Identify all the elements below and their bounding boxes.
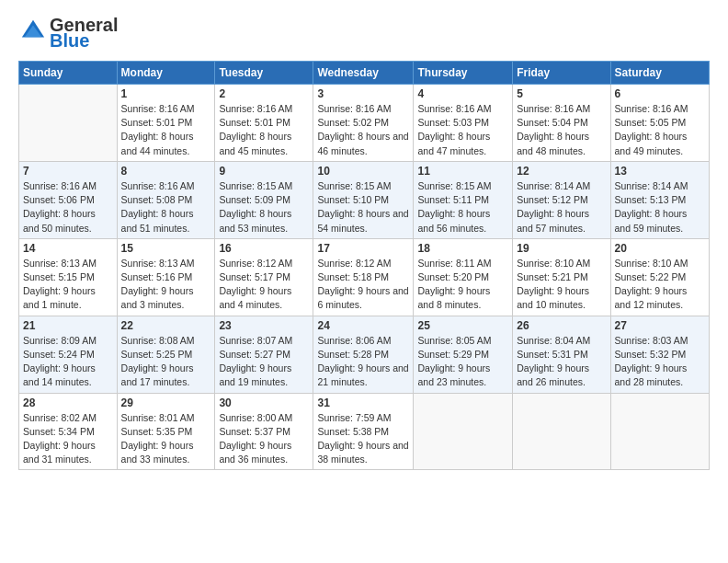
day-number: 4: [417, 87, 508, 100]
day-info: Sunrise: 8:02 AMSunset: 5:34 PMDaylight:…: [23, 411, 113, 467]
calendar-cell: 12Sunrise: 8:14 AMSunset: 5:12 PMDayligh…: [513, 161, 610, 238]
day-number: 28: [23, 396, 113, 409]
day-info: Sunrise: 8:16 AMSunset: 5:05 PMDaylight:…: [615, 102, 705, 158]
day-info: Sunrise: 8:05 AMSunset: 5:29 PMDaylight:…: [417, 334, 508, 390]
day-number: 25: [417, 319, 508, 332]
day-number: 1: [121, 87, 211, 100]
calendar-week-row: 7Sunrise: 8:16 AMSunset: 5:06 PMDaylight…: [19, 161, 710, 238]
day-info: Sunrise: 8:08 AMSunset: 5:25 PMDaylight:…: [121, 334, 211, 390]
day-info: Sunrise: 8:00 AMSunset: 5:37 PMDaylight:…: [219, 411, 309, 467]
day-info: Sunrise: 8:15 AMSunset: 5:11 PMDaylight:…: [417, 179, 508, 236]
weekday-header: Friday: [513, 62, 610, 85]
calendar-week-row: 21Sunrise: 8:09 AMSunset: 5:24 PMDayligh…: [19, 316, 710, 393]
logo-icon: [20, 18, 46, 44]
calendar-cell: 31Sunrise: 7:59 AMSunset: 5:38 PMDayligh…: [313, 393, 414, 470]
calendar-cell: 5Sunrise: 8:16 AMSunset: 5:04 PMDaylight…: [513, 85, 610, 162]
calendar-cell: 24Sunrise: 8:06 AMSunset: 5:28 PMDayligh…: [313, 316, 414, 393]
calendar-cell: 3Sunrise: 8:16 AMSunset: 5:02 PMDaylight…: [313, 85, 414, 162]
day-number: 30: [219, 396, 309, 409]
calendar-cell: 22Sunrise: 8:08 AMSunset: 5:25 PMDayligh…: [117, 316, 215, 393]
day-number: 7: [23, 165, 113, 178]
day-info: Sunrise: 8:14 AMSunset: 5:12 PMDaylight:…: [517, 179, 606, 236]
calendar-cell: 28Sunrise: 8:02 AMSunset: 5:34 PMDayligh…: [19, 393, 118, 470]
calendar-week-row: 28Sunrise: 8:02 AMSunset: 5:34 PMDayligh…: [19, 393, 710, 470]
day-info: Sunrise: 8:06 AMSunset: 5:28 PMDaylight:…: [317, 334, 409, 390]
day-info: Sunrise: 8:13 AMSunset: 5:15 PMDaylight:…: [23, 257, 113, 313]
calendar-cell: 4Sunrise: 8:16 AMSunset: 5:03 PMDaylight…: [414, 85, 513, 162]
calendar-cell: [414, 393, 513, 470]
calendar-cell: 6Sunrise: 8:16 AMSunset: 5:05 PMDaylight…: [610, 85, 709, 162]
day-info: Sunrise: 8:16 AMSunset: 5:01 PMDaylight:…: [219, 102, 309, 158]
calendar-cell: 11Sunrise: 8:15 AMSunset: 5:11 PMDayligh…: [414, 161, 513, 238]
day-info: Sunrise: 8:10 AMSunset: 5:22 PMDaylight:…: [615, 257, 705, 313]
calendar-cell: [610, 393, 709, 470]
day-info: Sunrise: 8:11 AMSunset: 5:20 PMDaylight:…: [417, 257, 508, 313]
weekday-header: Wednesday: [313, 62, 414, 85]
day-info: Sunrise: 8:16 AMSunset: 5:06 PMDaylight:…: [23, 179, 113, 236]
day-info: Sunrise: 8:15 AMSunset: 5:09 PMDaylight:…: [219, 179, 309, 236]
calendar-cell: 29Sunrise: 8:01 AMSunset: 5:35 PMDayligh…: [117, 393, 215, 470]
day-number: 14: [23, 242, 113, 255]
day-number: 20: [615, 242, 705, 255]
day-number: 24: [317, 319, 409, 332]
calendar-cell: 18Sunrise: 8:11 AMSunset: 5:20 PMDayligh…: [414, 238, 513, 316]
day-info: Sunrise: 8:16 AMSunset: 5:08 PMDaylight:…: [121, 179, 211, 236]
day-info: Sunrise: 8:01 AMSunset: 5:35 PMDaylight:…: [121, 411, 211, 467]
day-number: 3: [317, 87, 409, 100]
calendar-cell: 30Sunrise: 8:00 AMSunset: 5:37 PMDayligh…: [215, 393, 313, 470]
calendar-cell: 8Sunrise: 8:16 AMSunset: 5:08 PMDaylight…: [117, 161, 215, 238]
day-number: 17: [317, 242, 409, 255]
calendar-cell: 13Sunrise: 8:14 AMSunset: 5:13 PMDayligh…: [610, 161, 709, 238]
day-number: 23: [219, 319, 309, 332]
day-number: 26: [517, 319, 606, 332]
calendar-week-row: 1Sunrise: 8:16 AMSunset: 5:01 PMDaylight…: [19, 85, 710, 162]
day-info: Sunrise: 8:07 AMSunset: 5:27 PMDaylight:…: [219, 334, 309, 390]
calendar-table: SundayMondayTuesdayWednesdayThursdayFrid…: [18, 61, 710, 470]
calendar-cell: 14Sunrise: 8:13 AMSunset: 5:15 PMDayligh…: [19, 238, 118, 316]
page-container: General Blue SundayMondayTuesdayWednesda…: [0, 0, 728, 479]
day-number: 13: [615, 165, 705, 178]
calendar-cell: 9Sunrise: 8:15 AMSunset: 5:09 PMDaylight…: [215, 161, 313, 238]
day-info: Sunrise: 8:10 AMSunset: 5:21 PMDaylight:…: [517, 257, 606, 313]
weekday-header: Monday: [117, 62, 215, 85]
day-number: 12: [517, 165, 606, 178]
day-number: 10: [317, 165, 409, 178]
page-header: General Blue: [18, 15, 710, 52]
calendar-cell: [513, 393, 610, 470]
day-info: Sunrise: 8:16 AMSunset: 5:01 PMDaylight:…: [121, 102, 211, 158]
day-info: Sunrise: 8:13 AMSunset: 5:16 PMDaylight:…: [121, 257, 211, 313]
day-number: 21: [23, 319, 113, 332]
calendar-cell: 1Sunrise: 8:16 AMSunset: 5:01 PMDaylight…: [117, 85, 215, 162]
day-number: 31: [317, 396, 409, 409]
logo: General Blue: [18, 15, 118, 52]
weekday-header: Thursday: [414, 62, 513, 85]
calendar-cell: 21Sunrise: 8:09 AMSunset: 5:24 PMDayligh…: [19, 316, 118, 393]
day-info: Sunrise: 8:16 AMSunset: 5:04 PMDaylight:…: [517, 102, 606, 158]
day-info: Sunrise: 8:12 AMSunset: 5:18 PMDaylight:…: [317, 257, 409, 313]
calendar-cell: 2Sunrise: 8:16 AMSunset: 5:01 PMDaylight…: [215, 85, 313, 162]
day-info: Sunrise: 8:14 AMSunset: 5:13 PMDaylight:…: [615, 179, 705, 236]
calendar-cell: 25Sunrise: 8:05 AMSunset: 5:29 PMDayligh…: [414, 316, 513, 393]
weekday-header: Saturday: [610, 62, 709, 85]
calendar-cell: 27Sunrise: 8:03 AMSunset: 5:32 PMDayligh…: [610, 316, 709, 393]
day-number: 27: [615, 319, 705, 332]
calendar-cell: 19Sunrise: 8:10 AMSunset: 5:21 PMDayligh…: [513, 238, 610, 316]
day-number: 8: [121, 165, 211, 178]
day-number: 16: [219, 242, 309, 255]
calendar-cell: 10Sunrise: 8:15 AMSunset: 5:10 PMDayligh…: [313, 161, 414, 238]
day-number: 6: [615, 87, 705, 100]
weekday-header: Sunday: [19, 62, 118, 85]
day-info: Sunrise: 7:59 AMSunset: 5:38 PMDaylight:…: [317, 411, 409, 467]
calendar-cell: 23Sunrise: 8:07 AMSunset: 5:27 PMDayligh…: [215, 316, 313, 393]
day-number: 9: [219, 165, 309, 178]
day-number: 22: [121, 319, 211, 332]
day-info: Sunrise: 8:09 AMSunset: 5:24 PMDaylight:…: [23, 334, 113, 390]
day-number: 29: [121, 396, 211, 409]
day-info: Sunrise: 8:16 AMSunset: 5:02 PMDaylight:…: [317, 102, 409, 158]
day-info: Sunrise: 8:12 AMSunset: 5:17 PMDaylight:…: [219, 257, 309, 313]
calendar-cell: 7Sunrise: 8:16 AMSunset: 5:06 PMDaylight…: [19, 161, 118, 238]
day-number: 5: [517, 87, 606, 100]
calendar-cell: [19, 85, 118, 162]
day-info: Sunrise: 8:03 AMSunset: 5:32 PMDaylight:…: [615, 334, 705, 390]
day-info: Sunrise: 8:04 AMSunset: 5:31 PMDaylight:…: [517, 334, 606, 390]
